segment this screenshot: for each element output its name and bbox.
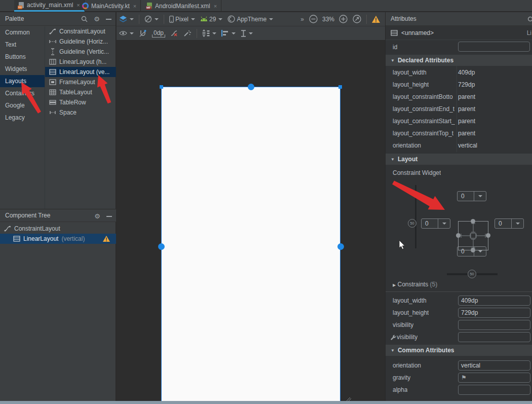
constraint-anchor-top[interactable]: [248, 84, 254, 90]
palette-item-label: LinearLayout (h...: [59, 58, 106, 65]
constraint-anchor-left[interactable]: [158, 243, 165, 250]
search-icon[interactable]: [81, 16, 88, 22]
constraint-dot-left[interactable]: [456, 233, 461, 238]
chevron-down-icon: [218, 18, 222, 20]
tab-androidmanifest-xml[interactable]: MF AndroidManifest.xml ×: [142, 0, 221, 12]
gear-icon[interactable]: ⚙: [94, 16, 100, 22]
tree-item-constraintlayout[interactable]: ConstraintLayout: [0, 224, 116, 234]
design-surface[interactable]: [117, 41, 385, 401]
palette-item-label: Guideline (Vertic...: [59, 48, 109, 55]
theme-selector[interactable]: AppTheme: [225, 13, 276, 25]
palette-category-google[interactable]: Google: [0, 99, 45, 112]
attr-row[interactable]: layout_constraintEnd_tparent: [386, 103, 532, 116]
device-selector[interactable]: Pixel: [167, 13, 198, 25]
palette-item-guideline-horizontal[interactable]: Guideline (Horiz...: [45, 36, 116, 47]
framelayout-icon: [49, 79, 56, 86]
orientation-field[interactable]: vertical: [458, 360, 530, 371]
selection-handle-top-right[interactable]: [338, 85, 342, 89]
vertical-bias-slider[interactable]: [415, 185, 416, 248]
attr-row[interactable]: layout_constraintTop_tparent: [386, 128, 532, 140]
attr-row[interactable]: orientationvertical: [386, 140, 532, 152]
horizontal-bias-value[interactable]: 50: [468, 270, 476, 278]
palette-item-framelayout[interactable]: FrameLayout: [45, 77, 116, 87]
zoom-in-button[interactable]: [336, 13, 350, 25]
palette-category-common[interactable]: Common: [0, 26, 45, 39]
margin-left-selector[interactable]: 0: [421, 218, 450, 229]
gravity-field[interactable]: ⚑: [458, 373, 530, 383]
layers-icon: [119, 16, 127, 23]
attr-row[interactable]: layout_constraintBottoparent: [386, 91, 532, 103]
palette-category-legacy[interactable]: Legacy: [0, 112, 45, 124]
palette-category-layouts[interactable]: Layouts: [0, 75, 45, 87]
api-label: 29: [209, 16, 216, 23]
zoom-out-button[interactable]: [307, 13, 320, 25]
layout-width-field[interactable]: 409dp: [458, 296, 530, 306]
constraint-dot-top[interactable]: [471, 219, 475, 224]
constraint-dot-bottom[interactable]: [471, 248, 475, 252]
device-screen[interactable]: [161, 87, 340, 404]
tree-item-linearlayout-vertical[interactable]: LinearLayout(vertical): [0, 234, 116, 244]
selection-handle-top-left[interactable]: [160, 85, 163, 89]
close-tab-icon[interactable]: ×: [214, 3, 217, 9]
attributes-title: Attributes: [391, 15, 416, 22]
id-field[interactable]: [458, 42, 530, 52]
margin-top-selector[interactable]: 0: [457, 191, 486, 201]
palette-item-tablerow[interactable]: TableRow: [45, 97, 116, 107]
visibility-field[interactable]: [458, 320, 530, 330]
warning-icon: [103, 236, 110, 242]
palette-item-space[interactable]: Space: [45, 107, 116, 118]
palette-item-linearlayout-horizontal[interactable]: LinearLayout (h...: [45, 57, 116, 67]
palette-category-widgets[interactable]: Widgets: [0, 63, 45, 75]
api-selector[interactable]: 29: [198, 13, 225, 25]
flag-icon[interactable]: ⚑: [461, 374, 467, 381]
constraint-toolbar: 0dp: [117, 26, 385, 41]
default-margin-selector[interactable]: 0dp: [149, 27, 168, 40]
tab-mainactivity-kt[interactable]: MainActivity.kt ×: [79, 0, 141, 12]
layout-warnings-button[interactable]: [369, 13, 385, 25]
palette-category-text[interactable]: Text: [0, 39, 45, 51]
layout-xml-file-icon: <>: [18, 2, 24, 9]
alpha-field[interactable]: [458, 385, 530, 395]
palette-item-constraintlayout[interactable]: ConstraintLayout: [45, 26, 116, 36]
orientation-button[interactable]: [142, 13, 161, 25]
tools-visibility-field[interactable]: [458, 332, 530, 342]
palette-category-containers[interactable]: Containers: [0, 87, 45, 99]
clear-constraints-button[interactable]: [168, 27, 181, 40]
align-button[interactable]: [219, 27, 238, 40]
section-constraints[interactable]: ▶ Constraints (5): [386, 279, 532, 291]
search-icon[interactable]: [527, 16, 532, 23]
palette-item-guideline-vertical[interactable]: Guideline (Vertic...: [45, 47, 116, 57]
palette-item-label: LinearLayout (ve...: [59, 68, 109, 76]
section-common-attributes[interactable]: ▼ Common Attributes: [386, 345, 532, 356]
palette-category-buttons[interactable]: Buttons: [0, 51, 45, 63]
hide-panel-icon[interactable]: [106, 19, 111, 20]
layout-height-field[interactable]: 729dp: [458, 308, 530, 318]
margin-right-selector[interactable]: 0: [495, 218, 524, 229]
section-layout[interactable]: ▼ Layout: [386, 154, 532, 165]
toolbar-overflow-button[interactable]: »: [298, 13, 307, 25]
kotlin-file-icon: [82, 3, 89, 9]
palette-items: ConstraintLayout Guideline (Horiz... Gui…: [45, 26, 116, 118]
guidelines-button[interactable]: [238, 27, 255, 40]
palette-item-tablelayout[interactable]: TableLayout: [45, 87, 116, 97]
pack-button[interactable]: [200, 27, 219, 40]
attr-row[interactable]: layout_height729dp: [386, 79, 532, 91]
zoom-to-fit-button[interactable]: [350, 13, 364, 25]
constraint-anchor-right[interactable]: [337, 243, 344, 250]
constraint-dot-right[interactable]: [486, 233, 490, 238]
attr-row[interactable]: layout_constraintStart_parent: [386, 116, 532, 128]
close-tab-icon[interactable]: ×: [133, 3, 136, 9]
tab-activity-main-xml[interactable]: <> activity_main.xml ×: [14, 0, 85, 12]
view-mode-button[interactable]: [117, 13, 136, 25]
vertical-bias-value[interactable]: 50: [408, 219, 416, 228]
infer-constraints-button[interactable]: [181, 27, 194, 40]
divider: [386, 291, 532, 292]
hide-panel-icon[interactable]: [106, 216, 112, 217]
section-triangle-icon: ▼: [391, 348, 395, 353]
attr-row[interactable]: layout_width409dp: [386, 67, 532, 79]
palette-item-linearlayout-vertical[interactable]: LinearLayout (ve...: [45, 67, 116, 77]
view-options-button[interactable]: [117, 27, 136, 40]
gear-icon[interactable]: ⚙: [94, 213, 100, 219]
autoconnect-button[interactable]: [136, 27, 149, 40]
section-declared-attributes[interactable]: ▼ Declared Attributes: [386, 55, 532, 66]
